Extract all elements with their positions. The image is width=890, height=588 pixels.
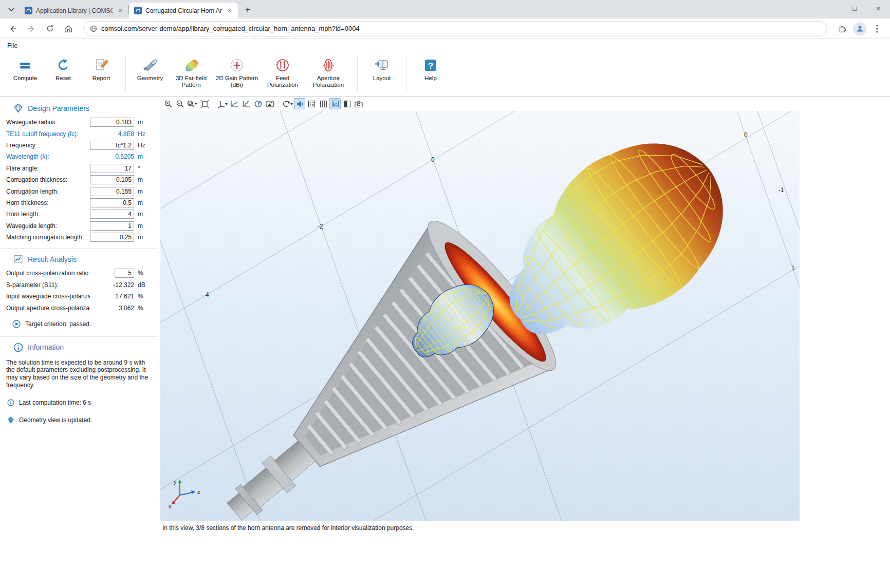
result-row: Input waveguide cross-polarization ratio… [0,291,158,302]
param-row: Horn length: m [0,208,158,220]
browser-urlbar: comsol.com/server-demo/app/library_corru… [0,18,890,39]
compute-button[interactable]: Compute [6,54,44,84]
report-label: Report [92,75,110,82]
horn-length-input[interactable] [90,210,134,219]
target-criterion-status: Target criterion: passed. [0,314,158,328]
extensions-button[interactable] [835,21,850,36]
comsol-favicon-icon [134,7,142,14]
help-button[interactable]: ? Help [412,54,450,84]
go-to-default-view-icon[interactable] [216,98,228,109]
param-label: Matching corrugation length: [6,234,90,241]
plot-1d-icon[interactable] [240,98,252,109]
new-tab-button[interactable]: + [241,3,254,16]
extensions-puzzle-icon [838,24,847,33]
reload-button[interactable] [42,21,58,36]
view-caption: In this view, 3/8 sections of the horn a… [160,521,890,535]
information-icon [13,343,23,352]
compute-label: Compute [13,75,38,82]
address-bar[interactable]: comsol.com/server-demo/app/library_corru… [83,21,827,36]
back-button[interactable] [5,21,21,36]
corrugation-length-input[interactable] [90,187,134,196]
close-window-button[interactable]: × [866,0,890,16]
plot-polar-icon[interactable] [252,98,264,109]
speaker-icon[interactable] [294,98,305,109]
param-row: Waveguide radius: m [0,117,158,128]
cross-polarization-target-input[interactable] [115,269,134,278]
minimize-button[interactable]: – [819,0,843,16]
design-parameters-header: Design Parameters [0,99,158,117]
param-label: Corrugation length: [6,188,90,195]
3d-viewport[interactable]: 0 -2 -4 0 -1 1 y z x [160,111,800,521]
result-label: Output aperture cross-polarization ratio… [6,305,90,312]
frequency-input[interactable] [90,141,134,150]
tab-close-icon[interactable]: × [116,7,124,15]
horn-thickness-input[interactable] [90,198,134,207]
maximize-button[interactable]: □ [843,0,866,16]
aperture-polarization-label: Aperture Polarization [307,75,350,88]
report-button[interactable]: Report [82,54,120,84]
waveguide-length-input[interactable] [90,221,134,231]
info-small-icon [7,399,14,406]
help-icon: ? [422,57,439,73]
geometry-button[interactable]: Geometry [131,54,169,84]
menu-file[interactable]: File [7,42,17,49]
reload-icon [46,24,54,33]
comsol-favicon-icon [25,7,32,14]
svg-text:x: x [169,503,172,509]
section-title: Result Analysis [28,255,77,263]
legend-icon[interactable] [306,98,317,109]
rotate-icon[interactable] [281,98,293,109]
home-button[interactable] [61,21,76,36]
profile-avatar[interactable] [853,22,866,35]
layout-label: Layout [373,75,391,82]
param-row: Horn thickness: m [0,197,158,208]
image-icon[interactable] [264,98,275,109]
status-text: Target criterion: passed. [25,320,91,328]
graphics-toolbar [158,97,890,111]
zoom-in-icon[interactable] [162,98,174,109]
tab-application-library[interactable]: Application Library | COMSOL S × [20,3,128,18]
information-text: The solution time is expected to be arou… [0,356,158,389]
plot-xy-icon[interactable] [229,98,240,109]
corrugation-thickness-input[interactable] [90,175,134,184]
tab-close-icon[interactable]: × [226,7,234,15]
result-unit: % [138,305,151,312]
gain-2d-button[interactable]: 2D Gain Pattern (dBi) [213,54,261,91]
result-label: Input waveguide cross-polarization ratio… [6,293,90,300]
zoom-out-icon[interactable] [174,98,186,109]
matching-corrugation-length-input[interactable] [90,233,134,242]
zoom-box-icon[interactable] [186,98,198,109]
zoom-extents-icon[interactable] [199,98,210,109]
svg-text:1: 1 [791,264,795,272]
aperture-polarization-button[interactable]: Aperture Polarization [305,54,352,91]
svg-text:z: z [197,489,200,495]
geometry-horn-icon [142,57,158,73]
feed-polarization-button[interactable]: Feed Polarization [261,54,305,91]
tab-horn-antenna[interactable]: Corrugated Circular Horn Anten × [129,3,238,18]
geometry-updated-text: Geometry view is updated. [19,416,92,424]
graphics-panel: 0 -2 -4 0 -1 1 y z x [158,97,890,588]
layout-button[interactable]: Layout [363,54,401,84]
axes-icon[interactable] [329,98,341,109]
result-label: S-parameter (S11): [6,281,90,289]
flare-angle-input[interactable] [90,164,134,173]
result-unit: dB [138,281,151,289]
home-icon [64,24,73,33]
param-label: Frequency: [6,142,90,149]
invert-colors-icon[interactable] [341,98,353,109]
tab-search-button[interactable] [4,3,18,17]
forward-icon [27,24,36,33]
reset-button[interactable]: Reset [44,54,82,84]
play-status-icon [12,320,21,328]
forward-button[interactable] [24,21,39,36]
camera-icon[interactable] [353,98,364,109]
browser-menu-button[interactable] [869,21,885,36]
svg-text:-2: -2 [318,223,323,230]
waveguide-radius-input[interactable] [90,118,134,127]
result-analysis-header: Result Analysis [0,250,158,268]
result-analysis-chart-icon [13,254,23,264]
last-computation-row: Last computation time: 6 s [0,389,158,406]
farfield-3d-button[interactable]: 3D Far-field Pattern [169,54,213,91]
section-title: Design Parameters [28,104,89,112]
grid-icon[interactable] [318,98,329,109]
